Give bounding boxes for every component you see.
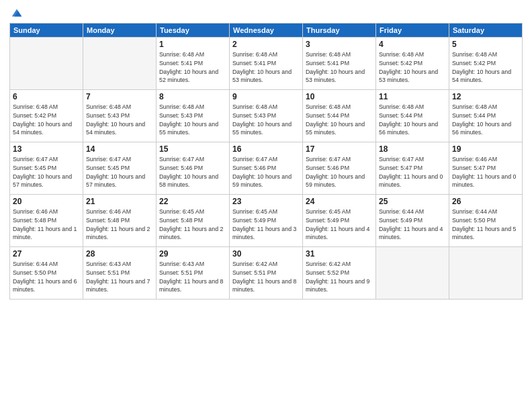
day-number: 20	[13, 197, 80, 206]
calendar-cell: 30Sunrise: 6:42 AMSunset: 5:51 PMDayligh…	[230, 247, 303, 300]
day-info: Sunrise: 6:45 AMSunset: 5:49 PMDaylight:…	[232, 208, 300, 242]
calendar-table: SundayMondayTuesdayWednesdayThursdayFrid…	[9, 23, 523, 300]
calendar-cell: 19Sunrise: 6:46 AMSunset: 5:47 PMDayligh…	[449, 142, 523, 195]
calendar-cell: 8Sunrise: 6:48 AMSunset: 5:43 PMDaylight…	[157, 90, 230, 142]
day-number: 13	[13, 144, 80, 154]
day-number: 1	[159, 40, 226, 49]
page-container: SundayMondayTuesdayWednesdayThursdayFrid…	[0, 0, 532, 411]
day-info: Sunrise: 6:48 AMSunset: 5:41 PMDaylight:…	[306, 50, 373, 85]
calendar-cell	[10, 38, 83, 90]
calendar-cell: 4Sunrise: 6:48 AMSunset: 5:42 PMDaylight…	[376, 38, 449, 90]
day-number: 25	[379, 197, 446, 206]
day-info: Sunrise: 6:43 AMSunset: 5:51 PMDaylight:…	[86, 260, 153, 294]
day-info: Sunrise: 6:44 AMSunset: 5:50 PMDaylight:…	[13, 260, 80, 294]
calendar-cell: 25Sunrise: 6:44 AMSunset: 5:49 PMDayligh…	[376, 195, 449, 247]
calendar-cell: 3Sunrise: 6:48 AMSunset: 5:41 PMDaylight…	[303, 38, 376, 90]
day-number: 28	[86, 249, 153, 259]
day-info: Sunrise: 6:48 AMSunset: 5:41 PMDaylight:…	[159, 50, 226, 85]
day-number: 8	[159, 92, 226, 101]
day-number: 15	[159, 144, 226, 154]
day-info: Sunrise: 6:48 AMSunset: 5:43 PMDaylight:…	[86, 103, 153, 137]
day-info: Sunrise: 6:46 AMSunset: 5:48 PMDaylight:…	[86, 208, 153, 242]
day-number: 4	[379, 40, 446, 49]
weekday-header-saturday: Saturday	[449, 24, 523, 38]
calendar-cell	[83, 38, 157, 90]
day-number: 17	[306, 144, 373, 154]
calendar-cell: 16Sunrise: 6:47 AMSunset: 5:46 PMDayligh…	[230, 142, 303, 195]
day-number: 9	[232, 92, 300, 101]
day-info: Sunrise: 6:48 AMSunset: 5:42 PMDaylight:…	[13, 103, 80, 137]
day-info: Sunrise: 6:48 AMSunset: 5:44 PMDaylight:…	[306, 103, 373, 137]
logo-icon	[11, 7, 23, 19]
day-number: 26	[452, 197, 519, 206]
day-info: Sunrise: 6:44 AMSunset: 5:49 PMDaylight:…	[379, 208, 446, 242]
day-number: 22	[159, 197, 226, 206]
calendar-cell: 1Sunrise: 6:48 AMSunset: 5:41 PMDaylight…	[157, 38, 230, 90]
weekday-header-friday: Friday	[376, 24, 449, 38]
calendar-cell: 29Sunrise: 6:43 AMSunset: 5:51 PMDayligh…	[157, 247, 230, 300]
calendar-cell: 12Sunrise: 6:48 AMSunset: 5:44 PMDayligh…	[449, 90, 523, 142]
calendar-cell: 13Sunrise: 6:47 AMSunset: 5:45 PMDayligh…	[10, 142, 83, 195]
calendar-cell: 7Sunrise: 6:48 AMSunset: 5:43 PMDaylight…	[83, 90, 157, 142]
day-info: Sunrise: 6:47 AMSunset: 5:47 PMDaylight:…	[379, 155, 446, 189]
calendar-cell: 26Sunrise: 6:44 AMSunset: 5:50 PMDayligh…	[449, 195, 523, 247]
day-info: Sunrise: 6:48 AMSunset: 5:44 PMDaylight:…	[379, 103, 446, 137]
calendar-cell: 2Sunrise: 6:48 AMSunset: 5:41 PMDaylight…	[230, 38, 303, 90]
day-info: Sunrise: 6:47 AMSunset: 5:45 PMDaylight:…	[86, 155, 153, 189]
day-number: 2	[232, 40, 300, 49]
weekday-header-thursday: Thursday	[303, 24, 376, 38]
calendar-cell	[449, 247, 523, 300]
weekday-header-wednesday: Wednesday	[230, 24, 303, 38]
calendar-cell: 10Sunrise: 6:48 AMSunset: 5:44 PMDayligh…	[303, 90, 376, 142]
day-info: Sunrise: 6:47 AMSunset: 5:46 PMDaylight:…	[159, 155, 226, 189]
day-info: Sunrise: 6:46 AMSunset: 5:47 PMDaylight:…	[452, 155, 519, 189]
day-info: Sunrise: 6:48 AMSunset: 5:43 PMDaylight:…	[232, 103, 300, 137]
day-number: 18	[379, 144, 446, 154]
day-info: Sunrise: 6:45 AMSunset: 5:48 PMDaylight:…	[159, 208, 226, 242]
weekday-header-tuesday: Tuesday	[157, 24, 230, 38]
calendar-cell: 17Sunrise: 6:47 AMSunset: 5:46 PMDayligh…	[303, 142, 376, 195]
day-info: Sunrise: 6:47 AMSunset: 5:46 PMDaylight:…	[232, 155, 300, 189]
day-number: 14	[86, 144, 153, 154]
day-info: Sunrise: 6:43 AMSunset: 5:51 PMDaylight:…	[159, 260, 226, 294]
calendar-cell: 11Sunrise: 6:48 AMSunset: 5:44 PMDayligh…	[376, 90, 449, 142]
day-number: 3	[306, 40, 373, 49]
day-info: Sunrise: 6:48 AMSunset: 5:43 PMDaylight:…	[159, 103, 226, 137]
day-info: Sunrise: 6:46 AMSunset: 5:48 PMDaylight:…	[13, 208, 80, 242]
day-info: Sunrise: 6:48 AMSunset: 5:44 PMDaylight:…	[452, 103, 519, 137]
calendar-cell: 24Sunrise: 6:45 AMSunset: 5:49 PMDayligh…	[303, 195, 376, 247]
day-info: Sunrise: 6:42 AMSunset: 5:52 PMDaylight:…	[306, 260, 373, 294]
calendar-cell: 21Sunrise: 6:46 AMSunset: 5:48 PMDayligh…	[83, 195, 157, 247]
day-number: 10	[306, 92, 373, 101]
logo	[9, 7, 23, 19]
day-info: Sunrise: 6:47 AMSunset: 5:45 PMDaylight:…	[13, 155, 80, 189]
calendar-cell	[376, 247, 449, 300]
calendar-cell: 28Sunrise: 6:43 AMSunset: 5:51 PMDayligh…	[83, 247, 157, 300]
day-number: 27	[13, 249, 80, 259]
day-number: 29	[159, 249, 226, 259]
calendar-cell: 5Sunrise: 6:48 AMSunset: 5:42 PMDaylight…	[449, 38, 523, 90]
day-number: 11	[379, 92, 446, 101]
day-number: 21	[86, 197, 153, 206]
day-info: Sunrise: 6:42 AMSunset: 5:51 PMDaylight:…	[232, 260, 300, 294]
calendar-cell: 22Sunrise: 6:45 AMSunset: 5:48 PMDayligh…	[157, 195, 230, 247]
day-number: 12	[452, 92, 519, 101]
calendar-cell: 18Sunrise: 6:47 AMSunset: 5:47 PMDayligh…	[376, 142, 449, 195]
day-info: Sunrise: 6:48 AMSunset: 5:41 PMDaylight:…	[232, 50, 300, 85]
day-info: Sunrise: 6:48 AMSunset: 5:42 PMDaylight:…	[379, 50, 446, 85]
weekday-header-monday: Monday	[83, 24, 157, 38]
day-number: 16	[232, 144, 300, 154]
calendar-cell: 9Sunrise: 6:48 AMSunset: 5:43 PMDaylight…	[230, 90, 303, 142]
day-info: Sunrise: 6:45 AMSunset: 5:49 PMDaylight:…	[306, 208, 373, 242]
day-number: 19	[452, 144, 519, 154]
day-number: 30	[232, 249, 300, 259]
day-info: Sunrise: 6:47 AMSunset: 5:46 PMDaylight:…	[306, 155, 373, 189]
calendar-cell: 15Sunrise: 6:47 AMSunset: 5:46 PMDayligh…	[157, 142, 230, 195]
day-info: Sunrise: 6:44 AMSunset: 5:50 PMDaylight:…	[452, 208, 519, 242]
weekday-header-sunday: Sunday	[10, 24, 83, 38]
day-number: 31	[306, 249, 373, 259]
calendar-cell: 31Sunrise: 6:42 AMSunset: 5:52 PMDayligh…	[303, 247, 376, 300]
calendar-cell: 27Sunrise: 6:44 AMSunset: 5:50 PMDayligh…	[10, 247, 83, 300]
day-number: 24	[306, 197, 373, 206]
calendar-cell: 23Sunrise: 6:45 AMSunset: 5:49 PMDayligh…	[230, 195, 303, 247]
